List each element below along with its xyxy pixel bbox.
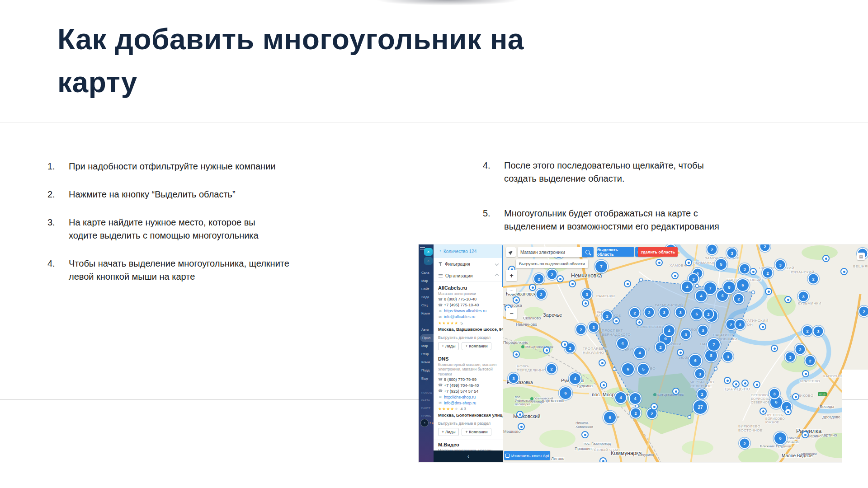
map-cluster-marker[interactable]: 3 [659,307,670,318]
polygon-vertex-handle[interactable] [688,416,691,419]
sidebar-item[interactable]: Комм [419,310,434,318]
map-point-marker[interactable] [822,255,830,262]
phone-number[interactable]: +7 (499) 704-46-40 [444,383,479,388]
zoom-in-button[interactable]: + [506,270,517,281]
sidebar-item[interactable]: Сайт [419,285,434,293]
map-cluster-marker[interactable]: 4 [569,372,581,385]
map-cluster-marker[interactable]: 2 [644,307,655,318]
site-link[interactable]: https://www.allcables.ru [444,309,486,313]
map-point-marker[interactable] [784,296,792,303]
organizations-row[interactable]: Организации [434,270,503,282]
map-point-marker[interactable] [543,347,550,354]
map-cluster-marker[interactable]: 4 [616,337,629,350]
delete-area-button[interactable]: Удалить область [638,247,678,257]
map-cluster-marker[interactable]: 4 [633,347,646,359]
map-point-marker[interactable] [561,341,568,348]
sidebar-footer-item[interactable]: ПОМОЩ [419,389,434,397]
map-point-marker[interactable] [840,268,848,275]
map-point-marker[interactable] [518,423,525,430]
map-cluster-marker[interactable]: 3 [775,259,786,271]
add-leads-button[interactable]: + Лиды [438,342,459,350]
map-cluster-marker[interactable]: 8 [722,281,736,294]
email-link[interactable]: info@allcables.ru [444,314,475,319]
map-cluster-marker[interactable]: 6 [559,386,572,400]
map-point-marker[interactable] [636,319,643,326]
map-point-marker[interactable] [599,359,606,366]
map-point-marker[interactable] [624,280,631,287]
sidebar-item[interactable]: Комм [419,358,434,366]
sidebar-item[interactable]: Скла [419,269,434,277]
map-cluster-marker[interactable]: 3 [813,326,824,337]
map-cluster-marker[interactable]: 6 [621,362,635,376]
filter-row[interactable]: Фильтрация [434,258,503,270]
map-cluster-marker[interactable]: 3 [588,322,599,333]
map-point-marker[interactable] [569,280,576,287]
site-link[interactable]: http://dns-shop.ru [444,395,476,399]
map-cluster-marker[interactable]: 7 [594,260,608,273]
close-icon[interactable]: × [424,248,433,256]
map-point-marker[interactable] [513,296,520,304]
map-point-marker[interactable] [750,268,757,275]
map-point-marker[interactable] [724,377,731,384]
map-point-marker[interactable] [582,300,589,307]
company-name[interactable]: AllCabels.ru [438,285,499,291]
map-point-marker[interactable] [741,380,749,387]
add-leads-button[interactable]: + Лиды [438,428,459,436]
map-cluster-marker[interactable]: 3 [735,319,746,330]
sidebar-item[interactable]: Прил [420,334,434,342]
map-point-marker[interactable] [672,388,679,395]
locate-button[interactable] [506,247,516,257]
map-cluster-marker[interactable]: 4 [629,392,642,405]
phone-number[interactable]: +7 (925) 574 57 54 [444,389,478,394]
add-companies-button[interactable]: + Компании [462,342,491,350]
map-point-marker[interactable] [677,349,684,356]
polygon-vertex-handle[interactable] [613,368,616,371]
map-cluster-marker[interactable]: 2 [808,273,819,285]
map-point-marker[interactable] [581,431,589,438]
map-cluster-marker[interactable]: 2 [859,306,868,317]
map-cluster-marker[interactable]: 5 [715,258,727,271]
map-cluster-marker[interactable]: 4 [614,391,627,404]
map-point-marker[interactable] [792,393,799,400]
map-cluster-marker[interactable]: 6 [736,278,750,292]
map-point-marker[interactable] [529,284,536,291]
map-cluster-marker[interactable]: 2 [655,342,666,353]
map-point-marker[interactable] [513,351,520,358]
map-point-marker[interactable] [685,259,692,266]
map-cluster-marker[interactable]: 2 [547,269,558,280]
map-cluster-marker[interactable]: 6 [774,432,787,445]
map-cluster-marker[interactable]: 2 [739,438,750,449]
map-area[interactable]: НемчиновкаНовоивановскоеЗаречьеСколковоН… [503,244,868,462]
map-point-marker[interactable] [784,408,792,415]
polygon-vertex-handle[interactable] [714,367,717,371]
map-cluster-marker[interactable]: 3 [694,368,706,380]
phone-number[interactable]: 8 (800) 775-10-40 [444,297,476,301]
map-point-marker[interactable] [557,275,564,282]
map-point-marker[interactable] [651,403,658,410]
polygon-vertex-handle[interactable] [640,278,643,282]
sidebar-item[interactable]: Зада [419,293,434,301]
zoom-out-button[interactable]: − [506,308,517,319]
company-name[interactable]: М.Видео [438,442,499,447]
map-point-marker[interactable] [732,380,740,388]
map-cluster-marker[interactable]: 2 [802,325,813,337]
map-cluster-marker[interactable]: 3 [680,329,692,340]
sidebar-item[interactable]: Еще [419,375,434,383]
sidebar-footer-item[interactable]: КАРТА [419,397,434,404]
sidebar-item[interactable]: Соц [419,301,434,310]
map-cluster-marker[interactable]: 2 [602,310,613,322]
sidebar-item[interactable]: Авто [419,326,434,334]
map-cluster-marker[interactable]: 2 [629,307,641,319]
map-cluster-marker[interactable]: 5 [690,308,703,320]
map-cluster-marker[interactable]: 2 [733,293,745,305]
map-point-marker[interactable] [600,381,607,389]
map-cluster-marker[interactable]: 3 [739,263,750,275]
layers-button[interactable]: ▤ [857,253,865,260]
select-area-button[interactable]: Выделить область [597,247,634,257]
change-api-key-button[interactable]: Изменить ключ Api [504,451,550,460]
sidebar-footer-item[interactable]: НАСТР [419,404,434,412]
map-point-marker[interactable] [656,259,663,266]
map-point-marker[interactable] [760,408,767,415]
map-cluster-marker[interactable]: 4 [695,290,708,302]
sidebar-item[interactable]: Мар [419,342,434,350]
